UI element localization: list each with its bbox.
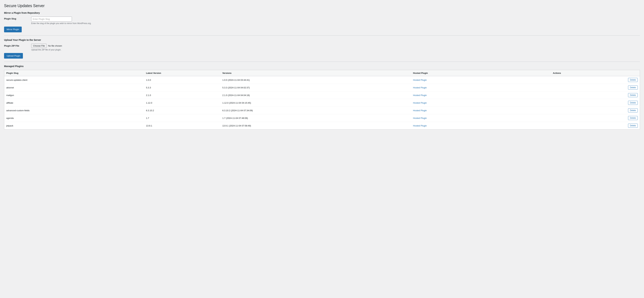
cell-slug: secure-updates-client <box>4 76 144 84</box>
plugin-slug-field: Enter the slug of the plugin you wish to… <box>31 16 640 25</box>
cell-hosted-plugin: Hosted Plugin <box>411 91 551 99</box>
cell-versions: 6.3.10.2 (2024-11-04 07:34:09) <box>220 107 411 114</box>
cell-actions: Delete <box>551 114 640 122</box>
cell-versions: 5.3.3 (2024-11-04 04:02:37) <box>220 84 411 91</box>
cell-versions: 1.7 (2024-11-04 07:48:06) <box>220 114 411 122</box>
cell-hosted-plugin: Hosted Plugin <box>411 107 551 114</box>
col-header-versions: Versions <box>220 70 411 76</box>
table-head: Plugin Slug Latest Version Versions Host… <box>4 70 640 76</box>
col-header-actions: Actions <box>551 70 640 76</box>
table-row: secure-updates-client 1.0.0 1.0.0 (2024-… <box>4 76 640 84</box>
table-row: advanced-custom-fields 6.3.10.2 6.3.10.2… <box>4 107 640 114</box>
hosted-plugin-link[interactable]: Hosted Plugin <box>413 102 427 104</box>
no-file-text: No file chosen <box>48 44 62 47</box>
cell-slug: jetpack <box>4 122 144 130</box>
cell-latest-version: 1.7 <box>144 114 220 122</box>
delete-button[interactable]: Delete <box>628 86 638 90</box>
cell-hosted-plugin: Hosted Plugin <box>411 114 551 122</box>
cell-latest-version: 1.0.0 <box>144 76 220 84</box>
hosted-plugin-link[interactable]: Hosted Plugin <box>413 109 427 112</box>
hosted-plugin-link[interactable]: Hosted Plugin <box>413 94 427 97</box>
table-row: agenda 1.7 1.7 (2024-11-04 07:48:06) Hos… <box>4 114 640 122</box>
plugin-slug-help: Enter the slug of the plugin you wish to… <box>31 22 640 24</box>
plugin-zip-field: Choose File No file chosen Upload the ZI… <box>31 44 640 51</box>
cell-actions: Delete <box>551 76 640 84</box>
table-row: mailgun 2.1.0 2.1.0 (2024-11-04 04:04:18… <box>4 91 640 99</box>
cell-versions: 13.9.1 (2024-11-04 07:58:49) <box>220 122 411 130</box>
managed-plugins-section: Managed Plugins Plugin Slug Latest Versi… <box>4 65 640 130</box>
hosted-plugin-link[interactable]: Hosted Plugin <box>413 117 427 119</box>
delete-button[interactable]: Delete <box>628 93 638 97</box>
file-input-wrapper: Choose File No file chosen <box>31 44 640 48</box>
upload-plugin-button[interactable]: Upload Plugin <box>4 53 23 59</box>
table-row: jetpack 13.9.1 13.9.1 (2024-11-04 07:58:… <box>4 122 640 130</box>
cell-actions: Delete <box>551 122 640 130</box>
cell-actions: Delete <box>551 84 640 91</box>
delete-button[interactable]: Delete <box>628 108 638 112</box>
hosted-plugin-link[interactable]: Hosted Plugin <box>413 79 427 81</box>
page-title: Secure Updates Server <box>4 3 640 8</box>
section-divider-2 <box>4 62 640 62</box>
cell-versions: 1.12.0 (2024-11-04 04:15:45) <box>220 99 411 107</box>
cell-actions: Delete <box>551 91 640 99</box>
cell-slug: mailgun <box>4 91 144 99</box>
delete-button[interactable]: Delete <box>628 116 638 120</box>
cell-latest-version: 5.3.3 <box>144 84 220 91</box>
cell-versions: 1.0.0 (2024-11-04 03:44:41) <box>220 76 411 84</box>
cell-versions: 2.1.0 (2024-11-04 04:04:18) <box>220 91 411 99</box>
cell-hosted-plugin: Hosted Plugin <box>411 84 551 91</box>
cell-slug: agenda <box>4 114 144 122</box>
delete-button[interactable]: Delete <box>628 124 638 128</box>
hosted-plugin-link[interactable]: Hosted Plugin <box>413 86 427 89</box>
plugin-slug-input[interactable] <box>31 16 72 22</box>
cell-slug: advanced-custom-fields <box>4 107 144 114</box>
table-row: affiliate 1.12.0 1.12.0 (2024-11-04 04:1… <box>4 99 640 107</box>
mirror-section-title: Mirror a Plugin from Repository <box>4 11 640 14</box>
cell-actions: Delete <box>551 107 640 114</box>
upload-section: Upload Your Plugin to the Server Plugin … <box>4 39 640 59</box>
plugin-slug-label: Plugin Slug <box>4 16 31 20</box>
upload-help: Upload the ZIP file of your plugin. <box>31 49 640 51</box>
table-header-row: Plugin Slug Latest Version Versions Host… <box>4 70 640 76</box>
plugin-slug-group: Plugin Slug Enter the slug of the plugin… <box>4 16 640 25</box>
cell-actions: Delete <box>551 99 640 107</box>
col-header-slug: Plugin Slug <box>4 70 144 76</box>
delete-button[interactable]: Delete <box>628 78 638 82</box>
cell-hosted-plugin: Hosted Plugin <box>411 99 551 107</box>
cell-latest-version: 2.1.0 <box>144 91 220 99</box>
managed-plugins-title: Managed Plugins <box>4 65 640 68</box>
col-header-version: Latest Version <box>144 70 220 76</box>
cell-slug: affiliate <box>4 99 144 107</box>
cell-latest-version: 6.3.10.2 <box>144 107 220 114</box>
choose-file-button[interactable]: Choose File <box>31 44 47 48</box>
col-header-hosted: Hosted Plugin <box>411 70 551 76</box>
plugins-table: Plugin Slug Latest Version Versions Host… <box>4 70 640 130</box>
cell-hosted-plugin: Hosted Plugin <box>411 76 551 84</box>
plugin-zip-label: Plugin ZIP File <box>4 44 31 47</box>
mirror-plugin-button[interactable]: Mirror Plugin <box>4 27 22 32</box>
mirror-section: Mirror a Plugin from Repository Plugin S… <box>4 11 640 32</box>
cell-slug: akismet <box>4 84 144 91</box>
table-body: secure-updates-client 1.0.0 1.0.0 (2024-… <box>4 76 640 130</box>
hosted-plugin-link[interactable]: Hosted Plugin <box>413 125 427 127</box>
table-row: akismet 5.3.3 5.3.3 (2024-11-04 04:02:37… <box>4 84 640 91</box>
cell-latest-version: 13.9.1 <box>144 122 220 130</box>
upload-section-title: Upload Your Plugin to the Server <box>4 39 640 41</box>
plugin-zip-group: Plugin ZIP File Choose File No file chos… <box>4 44 640 51</box>
delete-button[interactable]: Delete <box>628 101 638 105</box>
cell-latest-version: 1.12.0 <box>144 99 220 107</box>
cell-hosted-plugin: Hosted Plugin <box>411 122 551 130</box>
